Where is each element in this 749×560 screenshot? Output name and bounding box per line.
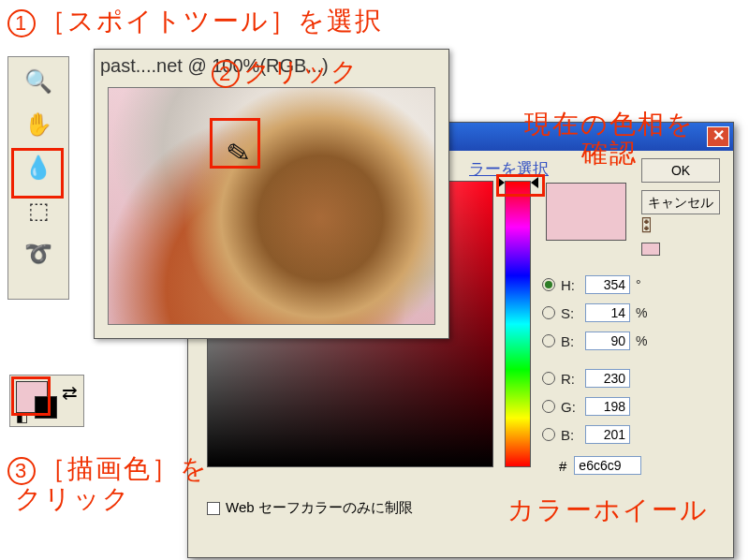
web-safe-row: Web セーフカラーのみに制限 xyxy=(207,499,413,517)
radio-s[interactable] xyxy=(542,306,555,319)
web-safe-swatch[interactable] xyxy=(641,243,660,256)
row-s: S: % xyxy=(542,299,720,327)
default-colors-icon[interactable]: ◧ xyxy=(16,409,28,424)
hex-row: # xyxy=(559,456,641,475)
row-h: H: ° xyxy=(542,271,720,299)
marquee-icon: ⬚ xyxy=(28,198,50,224)
lasso-tool[interactable]: ➰ xyxy=(21,235,56,273)
radio-g[interactable] xyxy=(542,400,555,413)
document-canvas[interactable] xyxy=(108,87,435,325)
annotation-color-wheel-text: カラーホイール xyxy=(507,495,709,524)
unit-s: % xyxy=(636,305,647,320)
label-h: H: xyxy=(561,277,580,293)
input-h[interactable] xyxy=(585,275,630,294)
radio-b[interactable] xyxy=(542,428,555,441)
step-badge-1: 1 xyxy=(7,9,36,37)
color-preview xyxy=(546,183,626,241)
step-badge-2: 2 xyxy=(212,60,240,88)
annotation-step2: 2クリック xyxy=(212,58,360,88)
unit-bv: % xyxy=(636,333,647,348)
label-b: B: xyxy=(561,427,580,443)
web-safe-label: Web セーフカラーのみに制限 xyxy=(226,499,413,517)
row-b: B: xyxy=(542,420,720,449)
magnifier-icon: 🔍 xyxy=(24,68,52,95)
web-safe-checkbox[interactable] xyxy=(207,502,220,515)
eyedropper-icon: 💧 xyxy=(24,155,52,181)
hue-bar[interactable] xyxy=(505,181,531,467)
document-window: past....net @ 100%(RGB...) xyxy=(94,49,449,339)
hue-slider-left-icon xyxy=(497,177,505,188)
hue-slider[interactable] xyxy=(499,177,536,188)
annotation-confirm-b: 確認 xyxy=(581,139,638,168)
photo-content xyxy=(109,88,434,324)
label-r: R: xyxy=(561,371,580,387)
dialog-close-button[interactable]: ✕ xyxy=(707,126,729,147)
hand-tool[interactable]: ✋ xyxy=(21,106,56,143)
color-mode-icon[interactable]: 🎛 xyxy=(638,216,654,236)
label-s: S: xyxy=(561,305,580,321)
zoom-tool[interactable]: 🔍 xyxy=(21,63,56,100)
background-color-swatch[interactable] xyxy=(35,396,57,419)
toolbox-panel: 🔍 ✋ 💧 ⬚ ➰ xyxy=(7,56,69,300)
annotation-confirm-hue: 現在の色相を 確認 xyxy=(524,111,695,169)
input-r[interactable] xyxy=(585,369,630,388)
hand-icon: ✋ xyxy=(24,111,52,138)
label-bv: B: xyxy=(561,333,580,349)
input-bv[interactable] xyxy=(585,332,630,350)
annotation-step3a-text: ［描画色］を xyxy=(39,454,209,483)
cancel-button[interactable]: キャンセル xyxy=(641,190,720,214)
unit-h: ° xyxy=(636,277,641,292)
radio-r[interactable] xyxy=(542,372,555,385)
eyedropper-tool[interactable]: 💧 xyxy=(21,149,56,186)
input-s[interactable] xyxy=(585,303,630,322)
row-bv: B: % xyxy=(542,327,720,355)
annotation-step1-text: ［スポイトツール］を選択 xyxy=(39,7,383,36)
step-badge-3: 3 xyxy=(7,457,36,485)
radio-bv[interactable] xyxy=(542,334,555,347)
label-g: G: xyxy=(561,399,580,415)
input-b[interactable] xyxy=(585,425,630,444)
annotation-step1: 1［スポイトツール］を選択 xyxy=(7,7,383,37)
row-g: G: xyxy=(542,392,720,420)
annotation-step3: 3［描画色］を クリック xyxy=(7,455,209,514)
color-swatch-panel: ⇄ ◧ xyxy=(9,375,84,427)
numeric-inputs: H: ° S: % B: % R: G: B: xyxy=(542,271,720,449)
swap-colors-icon[interactable]: ⇄ xyxy=(62,381,78,404)
annotation-step2-text: クリック xyxy=(243,57,360,86)
row-r: R: xyxy=(542,364,720,392)
input-hex[interactable] xyxy=(574,456,641,475)
annotation-color-wheel: カラーホイール xyxy=(507,496,709,525)
hue-slider-right-icon xyxy=(531,177,538,188)
hex-label: # xyxy=(559,458,566,474)
annotation-step3b-text: クリック xyxy=(15,484,131,513)
input-g[interactable] xyxy=(585,397,630,416)
lasso-icon: ➰ xyxy=(24,241,52,267)
marquee-tool[interactable]: ⬚ xyxy=(21,192,56,229)
radio-h[interactable] xyxy=(542,278,555,291)
annotation-confirm-a: 現在の色相を xyxy=(524,110,695,139)
